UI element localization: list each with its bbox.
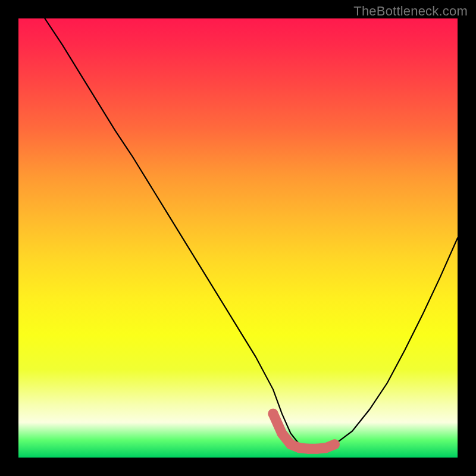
watermark-text: TheBottleneck.com [353,4,468,19]
highlight-markers [268,409,340,450]
chart-svg [18,18,458,458]
chart-plot-area [18,18,458,458]
bottleneck-curve-line [45,18,458,449]
highlight-endpoint [268,409,278,419]
highlight-endpoint [330,439,340,449]
